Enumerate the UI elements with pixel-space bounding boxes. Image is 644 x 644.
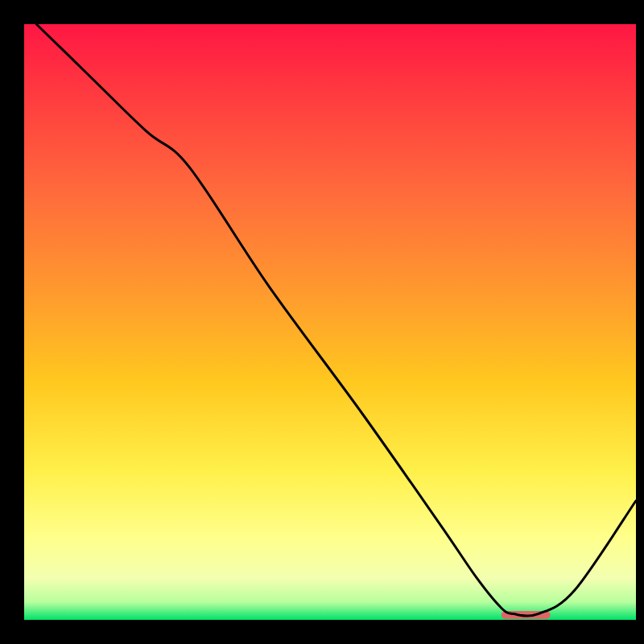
chart-svg bbox=[0, 0, 644, 644]
chart-root: TheBottleneck.com bbox=[0, 0, 644, 644]
plot-background bbox=[24, 24, 636, 620]
